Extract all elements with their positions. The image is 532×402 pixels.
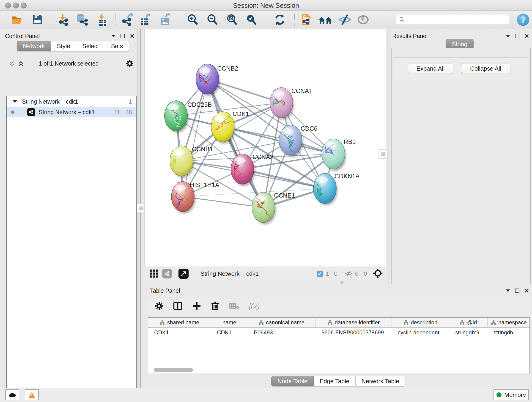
table-cell[interactable]: stringdb xyxy=(488,327,530,338)
database-icon xyxy=(75,13,89,26)
search-input[interactable] xyxy=(405,16,502,23)
selected-indicator-checkbox[interactable] xyxy=(317,271,323,277)
collapse-panel-icon[interactable] xyxy=(506,35,510,37)
node-CDKN1A[interactable] xyxy=(313,173,337,205)
node-label-CCNA2: CCNA2 xyxy=(253,153,273,160)
float-panel-icon[interactable] xyxy=(120,34,125,38)
collection-expand-icon[interactable] xyxy=(13,100,17,103)
detach-view-button[interactable] xyxy=(178,269,189,279)
column-header-name[interactable]: name xyxy=(211,318,248,327)
zoom-in-button[interactable] xyxy=(186,13,199,26)
node-CDK1[interactable] xyxy=(211,112,235,144)
close-panel-icon[interactable] xyxy=(525,34,529,38)
table-cell[interactable]: CDK1 xyxy=(211,327,248,338)
export-table-button[interactable] xyxy=(139,13,152,26)
refresh-layout-button[interactable] xyxy=(273,13,286,26)
close-panel-icon[interactable] xyxy=(130,34,134,38)
column-header-canonicalname[interactable]: canonical name xyxy=(248,318,316,327)
table-cell[interactable]: P06493 xyxy=(248,327,316,338)
node-CDC6[interactable] xyxy=(279,125,303,157)
table-cell[interactable]: 9606.ENSP00000378699 xyxy=(316,327,392,338)
column-header-namespace[interactable]: namespace xyxy=(488,318,530,327)
function-builder-button[interactable]: f(x) xyxy=(249,302,260,310)
warning-status-button[interactable] xyxy=(25,389,39,400)
column-header-databaseidentifier[interactable]: database identifier xyxy=(316,318,392,327)
import-network-database-button[interactable] xyxy=(75,13,89,26)
zoom-fit-icon xyxy=(226,13,239,26)
node-CCNA1[interactable] xyxy=(270,88,294,120)
tab-select[interactable]: Select xyxy=(76,41,105,51)
application-window: { "window": { "title": "Session: New Ses… xyxy=(0,0,532,402)
network-graph[interactable]: CCNB2CCNA1CDC25BCDK1CDC6RB1CCNB1CCNA2CDK… xyxy=(145,29,386,267)
network-column-icon xyxy=(160,320,165,325)
memory-button[interactable]: Memory xyxy=(494,389,529,400)
column-header-description[interactable]: description xyxy=(392,318,449,327)
tab-network[interactable]: Network xyxy=(17,41,51,51)
zoom-fit-button[interactable] xyxy=(225,13,239,26)
delete-table-icon[interactable] xyxy=(229,302,239,310)
table-cell[interactable]: CDK1 xyxy=(148,327,211,338)
import-table-button[interactable] xyxy=(96,13,109,26)
export-image-button[interactable] xyxy=(159,13,172,26)
node-RB1[interactable] xyxy=(322,139,346,171)
export-network-button[interactable] xyxy=(121,13,134,26)
table-cell[interactable]: cyclin-dependent ... xyxy=(392,327,449,338)
close-panel-icon[interactable] xyxy=(525,288,529,293)
zoom-out-button[interactable] xyxy=(206,13,219,26)
node-CCNE1[interactable] xyxy=(252,192,276,224)
collapse-all-button[interactable]: Collapse All xyxy=(461,63,510,74)
node-CCNA2[interactable] xyxy=(231,154,255,186)
delete-column-trash-icon[interactable] xyxy=(211,301,220,311)
open-session-button[interactable] xyxy=(11,13,24,26)
hide-unhide-button[interactable] xyxy=(337,13,352,26)
grid-view-button[interactable] xyxy=(149,269,158,279)
create-column-plus-icon[interactable] xyxy=(192,301,201,311)
float-panel-icon[interactable] xyxy=(515,288,519,293)
warning-icon xyxy=(28,392,35,398)
column-header-id[interactable]: @id xyxy=(449,318,488,327)
network-options-gear-icon[interactable] xyxy=(126,59,134,68)
collapse-panel-icon[interactable] xyxy=(506,289,510,292)
cloud-status-button[interactable] xyxy=(5,389,19,400)
zoom-selected-button[interactable] xyxy=(245,13,258,26)
collection-label: String Network – cdk1 xyxy=(22,98,78,105)
horizontal-splitter-handle[interactable] xyxy=(339,281,345,284)
column-label: namespace xyxy=(498,319,527,326)
node-CCNB1[interactable] xyxy=(170,146,194,178)
table-horizontal-scrollbar[interactable] xyxy=(154,368,193,372)
help-button[interactable]: ? xyxy=(517,13,529,26)
node-CCNB2[interactable] xyxy=(196,64,220,96)
table-options-gear-icon[interactable] xyxy=(155,302,164,310)
table-cell[interactable]: stringdb:9... xyxy=(449,327,488,338)
float-panel-icon[interactable] xyxy=(515,34,519,38)
collapse-panel-icon[interactable] xyxy=(111,35,115,37)
node-label-CDC6: CDC6 xyxy=(301,125,317,132)
network-column-icon xyxy=(327,320,332,325)
save-session-button[interactable] xyxy=(31,13,44,26)
toolbar-separator xyxy=(50,13,51,26)
string-import-button[interactable] xyxy=(300,13,313,26)
table-row[interactable]: CDK1CDK1P064939606.ENSP00000378699cyclin… xyxy=(148,327,530,338)
network-row-selected[interactable]: String Network – cdk1 11 48 xyxy=(7,107,136,117)
network-style-button[interactable] xyxy=(162,269,172,279)
right-splitter-handle[interactable] xyxy=(379,149,388,159)
expand-all-button[interactable]: Expand All xyxy=(408,63,453,74)
column-header-sharedname[interactable]: shared name xyxy=(148,318,211,327)
string-home-button[interactable] xyxy=(317,13,333,26)
tab-sets[interactable]: Sets xyxy=(105,41,129,51)
network-edge-count: 48 xyxy=(126,109,132,115)
show-columns-icon[interactable] xyxy=(173,301,182,311)
tab-style[interactable]: Style xyxy=(51,41,76,51)
network-canvas[interactable]: CCNB2CCNA1CDC25BCDK1CDC6RB1CCNB1CCNA2CDK… xyxy=(144,29,387,267)
tab-network-table[interactable]: Network Table xyxy=(355,376,405,386)
toolbar-separator xyxy=(265,13,265,26)
network-collection-row[interactable]: String Network – cdk1 1 xyxy=(7,96,136,107)
network-column-icon xyxy=(259,320,264,325)
birdseye-view-button[interactable] xyxy=(373,268,383,279)
import-network-file-button[interactable] xyxy=(57,13,70,26)
network-selection-bar: 1 of 1 Network selected xyxy=(0,58,138,69)
status-bar: Memory xyxy=(0,388,532,402)
show-graphics-button[interactable] xyxy=(356,13,370,26)
tab-edge-table[interactable]: Edge Table xyxy=(314,376,355,386)
tab-node-table[interactable]: Node Table xyxy=(271,376,314,386)
